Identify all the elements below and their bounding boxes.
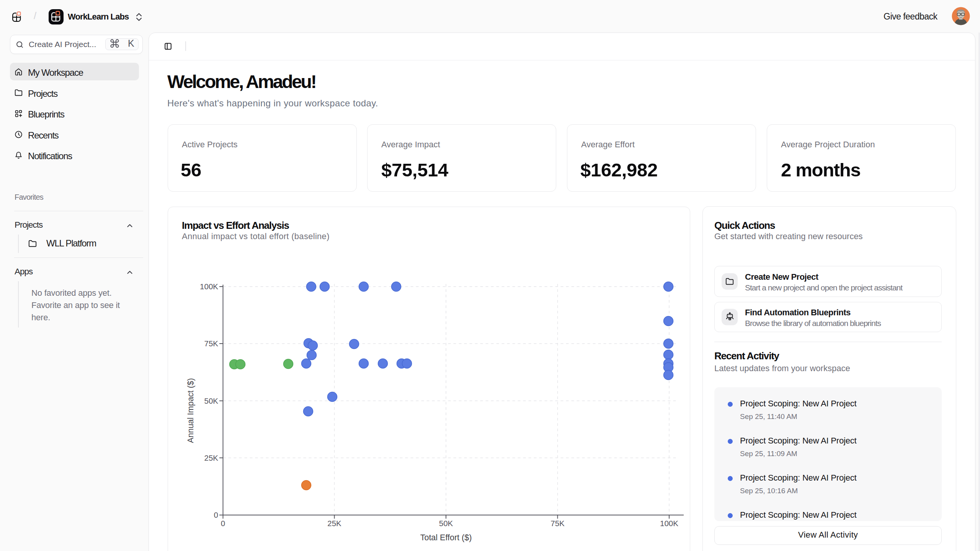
svg-text:75K: 75K	[204, 339, 219, 348]
svg-text:Total Effort ($): Total Effort ($)	[420, 533, 472, 542]
svg-text:50K: 50K	[439, 519, 453, 528]
svg-text:0: 0	[214, 510, 218, 519]
svg-text:75K: 75K	[550, 519, 565, 528]
svg-text:25K: 25K	[327, 519, 341, 528]
svg-text:100K: 100K	[200, 282, 218, 291]
svg-text:Annual Impact ($): Annual Impact ($)	[186, 378, 195, 443]
svg-text:25K: 25K	[204, 453, 219, 462]
svg-text:50K: 50K	[204, 396, 219, 405]
svg-text:100K: 100K	[660, 519, 678, 528]
svg-text:0: 0	[221, 519, 225, 528]
